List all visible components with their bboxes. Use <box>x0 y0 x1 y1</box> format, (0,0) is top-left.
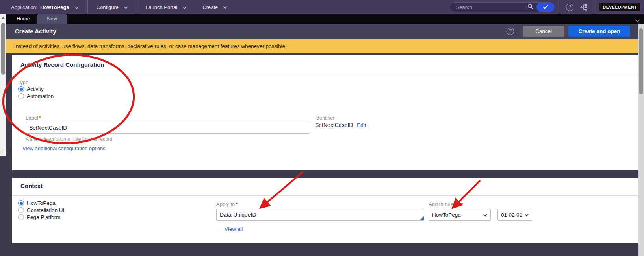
search-icon <box>527 4 534 11</box>
section-divider <box>12 75 638 75</box>
tab-bar: Home New <box>0 14 644 24</box>
question-mark-icon: ? <box>509 28 512 34</box>
application-name[interactable]: HowToPega <box>40 4 69 10</box>
search-box[interactable] <box>449 2 555 12</box>
label-helper-text: A short description or title for this re… <box>26 136 112 142</box>
tab-home[interactable]: Home <box>12 14 35 24</box>
scroll-up-arrow-icon[interactable] <box>2 17 5 19</box>
required-asterisk: * <box>461 201 463 207</box>
radio-icon[interactable] <box>18 214 24 220</box>
view-all-link[interactable]: View all <box>225 226 243 232</box>
context-section: Context HowToPega Constellation UI Pega … <box>12 178 638 243</box>
menu-create[interactable]: Create <box>202 4 218 10</box>
radio-option-activity[interactable]: Activity <box>18 86 44 92</box>
apply-to-label: Apply to* <box>216 201 238 207</box>
cancel-button[interactable]: Cancel <box>523 26 564 37</box>
label-input[interactable] <box>26 122 309 134</box>
menu-launch-portal[interactable]: Launch Portal <box>146 4 177 10</box>
question-mark-icon: ? <box>569 4 572 10</box>
chevron-down-icon[interactable] <box>74 4 79 10</box>
nav-right-cluster: ? DEVELOPMENT <box>449 0 640 14</box>
environment-badge: DEVELOPMENT <box>599 3 640 11</box>
tab-new[interactable]: New <box>37 14 67 24</box>
search-submit-button[interactable] <box>536 2 555 12</box>
radio-option-pega-platform[interactable]: Pega Platform <box>18 214 61 220</box>
application-label: Application: <box>11 4 37 10</box>
radio-option-constellation-ui[interactable]: Constellation UI <box>18 207 64 213</box>
section-heading: Context <box>20 182 43 189</box>
radio-icon[interactable] <box>18 200 24 206</box>
page-title: Create Activity <box>15 28 56 35</box>
apply-to-input[interactable] <box>216 209 424 221</box>
help-button[interactable]: ? <box>566 4 573 11</box>
create-activity-header: Create Activity ? Cancel Create and open <box>6 24 638 39</box>
left-scrollbar[interactable] <box>0 14 6 156</box>
view-additional-options-link[interactable]: View additional configuration options <box>22 145 106 151</box>
autocomplete-corner-icon <box>420 216 424 220</box>
add-to-ruleset-label: Add to ruleset* <box>429 201 463 207</box>
chevron-down-icon <box>483 212 487 218</box>
chevron-down-icon[interactable] <box>223 4 227 10</box>
required-asterisk: * <box>236 201 238 207</box>
chevron-down-icon[interactable] <box>635 17 640 24</box>
ruleset-version-select[interactable]: 01-02-01 <box>497 209 532 221</box>
type-label: Type <box>17 79 28 85</box>
warning-banner: Instead of activities, use flows, data t… <box>6 39 638 53</box>
top-navigation-bar: Application: HowToPega Configure Launch … <box>0 0 644 14</box>
left-scrollbar-thumb[interactable] <box>1 23 5 75</box>
ruleset-select[interactable]: HowToPega <box>429 209 491 221</box>
create-and-open-button[interactable]: Create and open <box>568 26 630 37</box>
nav-divider <box>137 0 137 14</box>
section-divider <box>12 195 638 196</box>
radio-icon[interactable] <box>18 93 24 99</box>
identifier-label: Identifier <box>315 115 335 121</box>
nav-divider <box>87 0 88 14</box>
required-asterisk: * <box>39 115 41 121</box>
radio-option-howtopega[interactable]: HowToPega <box>18 200 56 206</box>
hierarchy-icon[interactable] <box>580 4 588 11</box>
activity-record-configuration-section: Activity Record Configuration Type Activ… <box>12 55 638 170</box>
panel-splitter-handle[interactable] <box>2 151 7 155</box>
chevron-down-icon[interactable] <box>182 4 187 10</box>
edit-identifier-link[interactable]: Edit <box>357 122 366 128</box>
radio-option-automation[interactable]: Automation <box>18 93 54 99</box>
label-field-label: Label* <box>26 115 41 121</box>
right-scrollbar[interactable] <box>638 24 644 256</box>
menu-configure[interactable]: Configure <box>97 4 119 10</box>
help-button[interactable]: ? <box>507 28 514 35</box>
chevron-down-icon[interactable] <box>124 4 128 10</box>
chevron-down-icon <box>525 212 529 218</box>
radio-icon[interactable] <box>18 207 24 213</box>
checkmark-icon <box>543 4 548 10</box>
right-scrollbar-thumb[interactable] <box>639 28 643 94</box>
search-input[interactable] <box>456 4 527 10</box>
section-heading: Activity Record Configuration <box>20 61 104 68</box>
radio-icon[interactable] <box>18 86 24 92</box>
identifier-value: SetNextCaseID <box>315 122 353 128</box>
warning-banner-text: Instead of activities, use flows, data t… <box>14 43 287 49</box>
